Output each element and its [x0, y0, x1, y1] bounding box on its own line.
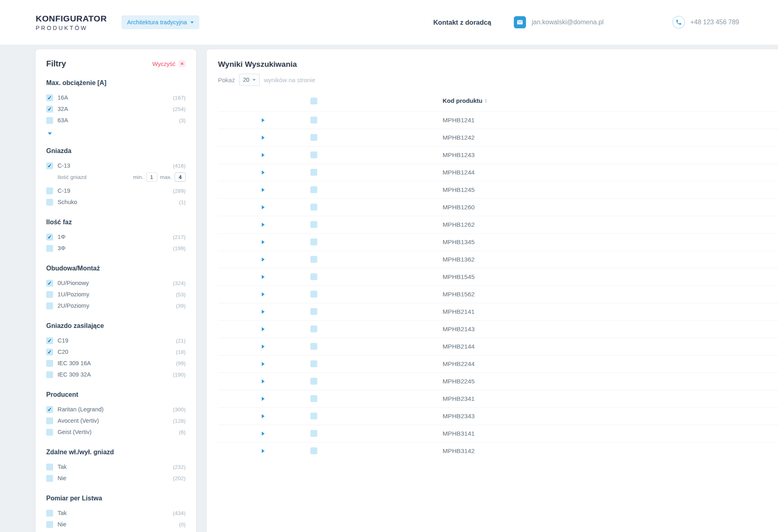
- expand-row-cell[interactable]: [218, 181, 308, 198]
- checkbox[interactable]: [46, 521, 53, 528]
- checkbox[interactable]: [46, 429, 53, 436]
- row-checkbox[interactable]: [310, 343, 317, 350]
- row-checkbox[interactable]: [310, 169, 317, 176]
- expand-row-cell[interactable]: [218, 164, 308, 181]
- checkbox[interactable]: [46, 199, 53, 206]
- checkbox[interactable]: [46, 406, 53, 413]
- filter-option[interactable]: Nie(0): [46, 519, 186, 530]
- row-checkbox[interactable]: [310, 360, 317, 367]
- filter-option[interactable]: 16A(167): [46, 92, 186, 103]
- row-checkbox[interactable]: [310, 221, 317, 228]
- expand-row-cell[interactable]: [218, 407, 308, 425]
- row-checkbox[interactable]: [310, 326, 317, 332]
- checkbox[interactable]: [46, 475, 53, 482]
- expand-row-cell[interactable]: [218, 338, 308, 355]
- row-checkbox[interactable]: [310, 134, 317, 141]
- checkbox[interactable]: [46, 360, 53, 367]
- filter-option-label: 16A: [58, 94, 68, 101]
- row-checkbox[interactable]: [310, 291, 317, 298]
- architecture-select[interactable]: Architektura tradycyjna: [122, 15, 199, 29]
- select-all-checkbox[interactable]: [310, 98, 317, 104]
- expand-row-cell[interactable]: [218, 425, 308, 442]
- table-row: MPHB3142161Φ2100IEC 309 16A0U/PionowyAvo…: [218, 442, 778, 460]
- row-checkbox[interactable]: [310, 256, 317, 263]
- row-checkbox[interactable]: [310, 308, 317, 315]
- expand-row-cell[interactable]: [218, 198, 308, 216]
- checkbox[interactable]: [46, 94, 53, 101]
- checkbox[interactable]: [46, 349, 53, 355]
- checkbox[interactable]: [46, 234, 53, 240]
- expand-row-cell[interactable]: [218, 285, 308, 303]
- contact-advisor-link[interactable]: Kontakt z doradcą: [433, 19, 491, 26]
- row-checkbox[interactable]: [310, 204, 317, 211]
- checkbox[interactable]: [46, 280, 53, 287]
- filter-option[interactable]: Raritan (Legrand)(300): [46, 404, 186, 415]
- expand-row-cell[interactable]: [218, 129, 308, 146]
- row-checkbox[interactable]: [310, 186, 317, 193]
- row-checkbox[interactable]: [310, 413, 317, 419]
- expand-row-cell[interactable]: [218, 372, 308, 390]
- row-checkbox[interactable]: [310, 395, 317, 402]
- pagination-page-2[interactable]: 2: [279, 468, 778, 532]
- filter-option[interactable]: 0U/Pionowy(324): [46, 277, 186, 289]
- sort-icon[interactable]: [485, 99, 487, 103]
- checkbox[interactable]: [46, 162, 53, 169]
- expand-row-cell[interactable]: [218, 146, 308, 164]
- filter-option[interactable]: 2U/Poziomy(39): [46, 300, 186, 311]
- filter-option[interactable]: C-13(416): [46, 160, 186, 171]
- filter-option[interactable]: Avocent (Vertiv)(128): [46, 415, 186, 426]
- filter-option[interactable]: C19(21): [46, 335, 186, 346]
- filter-option[interactable]: 63A(3): [46, 115, 186, 126]
- filter-option[interactable]: Tak(434): [46, 507, 186, 519]
- filter-option[interactable]: C-19(289): [46, 185, 186, 196]
- logo: KONFIGURATOR PRODUKTÓW: [36, 14, 107, 31]
- row-checkbox[interactable]: [310, 117, 317, 123]
- phone-group[interactable]: +48 123 456 789: [672, 16, 739, 29]
- checkbox[interactable]: [46, 510, 53, 517]
- row-checkbox[interactable]: [310, 430, 317, 437]
- filter-option[interactable]: 1Φ(217): [46, 231, 186, 243]
- expand-row-cell[interactable]: [218, 355, 308, 372]
- max-input[interactable]: [175, 172, 186, 182]
- filter-option[interactable]: IEC 309 16A(99): [46, 358, 186, 369]
- page-size-select[interactable]: 20: [239, 74, 260, 86]
- filter-option[interactable]: 1U/Poziomy(53): [46, 289, 186, 300]
- checkbox[interactable]: [46, 302, 53, 309]
- clear-filters-button[interactable]: Wyczyść ✕: [152, 60, 186, 67]
- checkbox[interactable]: [46, 106, 53, 113]
- checkbox[interactable]: [46, 187, 53, 194]
- expand-filter-options[interactable]: [48, 129, 52, 136]
- checkbox[interactable]: [46, 337, 53, 344]
- email-group[interactable]: jan.kowalski@domena.pl: [514, 16, 603, 28]
- checkbox[interactable]: [46, 371, 53, 378]
- expand-row-cell[interactable]: [218, 251, 308, 268]
- checkbox[interactable]: [46, 417, 53, 424]
- filter-option[interactable]: 3Φ(199): [46, 243, 186, 254]
- filter-option[interactable]: C20(18): [46, 346, 186, 358]
- expand-row-cell[interactable]: [218, 390, 308, 407]
- filter-option[interactable]: Tak(232): [46, 461, 186, 472]
- row-checkbox[interactable]: [310, 273, 317, 280]
- expand-row-cell[interactable]: [218, 233, 308, 251]
- row-expand-icon: [262, 136, 265, 140]
- checkbox[interactable]: [46, 117, 53, 124]
- checkbox[interactable]: [46, 291, 53, 298]
- checkbox[interactable]: [46, 464, 53, 470]
- filter-option[interactable]: Geist (Vertiv)(6): [46, 426, 186, 438]
- min-input[interactable]: [146, 172, 157, 182]
- checkbox[interactable]: [46, 245, 53, 252]
- row-checkbox[interactable]: [310, 151, 317, 158]
- expand-row-cell[interactable]: [218, 320, 308, 338]
- expand-row-cell[interactable]: [218, 216, 308, 233]
- expand-row-cell[interactable]: [218, 303, 308, 320]
- expand-row-cell[interactable]: [218, 442, 308, 460]
- filter-option[interactable]: Schuko(1): [46, 196, 186, 208]
- row-checkbox[interactable]: [310, 447, 317, 454]
- expand-row-cell[interactable]: [218, 268, 308, 285]
- row-checkbox[interactable]: [310, 378, 317, 385]
- expand-row-cell[interactable]: [218, 111, 308, 129]
- filter-option[interactable]: IEC 309 32A(190): [46, 369, 186, 380]
- row-checkbox[interactable]: [310, 238, 317, 245]
- filter-option[interactable]: 32A(254): [46, 103, 186, 115]
- filter-option[interactable]: Nie(202): [46, 472, 186, 484]
